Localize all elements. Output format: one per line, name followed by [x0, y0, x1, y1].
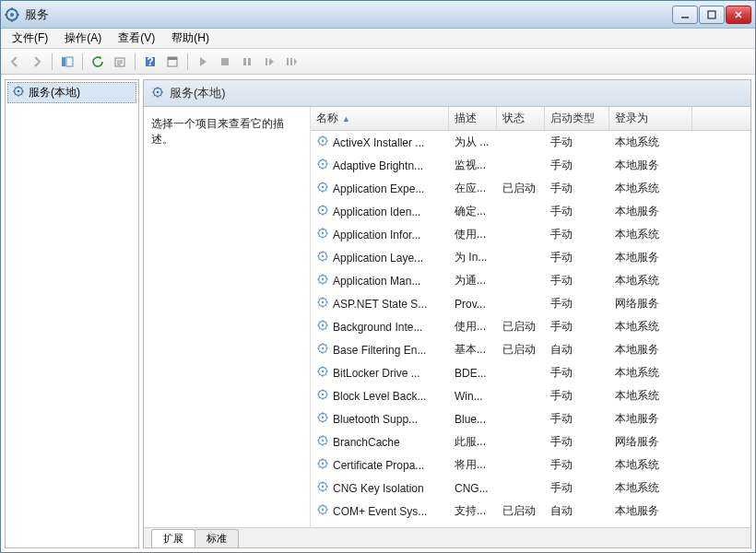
- tab-standard[interactable]: 标准: [195, 529, 239, 547]
- export-button[interactable]: [110, 52, 130, 72]
- service-startup: 手动: [545, 271, 609, 290]
- tree-node-label: 服务(本地): [29, 85, 80, 100]
- detail-heading: 服务(本地): [170, 85, 226, 101]
- service-desc: 基本...: [449, 340, 497, 359]
- properties-button[interactable]: [162, 52, 183, 72]
- service-logon: 本地系统: [609, 455, 692, 475]
- service-row[interactable]: Certificate Propa...将用...手动本地系统: [311, 453, 750, 477]
- service-row[interactable]: ActiveX Installer ...为从 ...手动本地系统: [311, 131, 750, 154]
- service-row[interactable]: Application Expe...在应...已启动手动本地系统: [311, 177, 750, 200]
- pause-service-button[interactable]: [237, 52, 257, 72]
- menu-action[interactable]: 操作(A): [57, 29, 109, 48]
- restart-service-button[interactable]: [259, 52, 279, 72]
- list-pane: 名称▲ 描述 状态 启动类型 登录为 ActiveX Installer ...…: [310, 107, 750, 527]
- svg-point-41: [322, 371, 324, 372]
- service-desc: 为 In...: [449, 248, 497, 267]
- show-hide-tree-button[interactable]: [57, 52, 77, 72]
- tree-pane[interactable]: 服务(本地): [5, 79, 139, 548]
- view-tabs: 扩展 标准: [144, 527, 750, 547]
- service-name: Application Man...: [311, 271, 449, 290]
- gear-icon: [316, 434, 329, 450]
- help-button[interactable]: ?: [140, 52, 160, 72]
- service-row[interactable]: BranchCache此服...手动网络服务: [311, 430, 750, 453]
- service-logon: 本地系统: [609, 363, 692, 382]
- service-logon: 本地系统: [609, 386, 692, 406]
- service-status: [497, 441, 545, 444]
- service-status: 已启动: [497, 317, 545, 336]
- resume-service-button[interactable]: [281, 52, 301, 72]
- tab-extended[interactable]: 扩展: [151, 529, 195, 547]
- service-row[interactable]: Application Iden...确定...手动本地服务: [311, 200, 750, 223]
- window-controls: [672, 6, 751, 24]
- service-row[interactable]: Base Filtering En...基本...已启动自动本地服务: [311, 338, 750, 361]
- service-row[interactable]: Bluetooth Supp...Blue...手动本地服务: [311, 407, 750, 430]
- service-name: CNG Key Isolation: [311, 478, 449, 498]
- service-startup: 手动: [545, 248, 609, 267]
- service-status: [497, 487, 545, 490]
- svg-rect-2: [708, 11, 715, 18]
- col-desc[interactable]: 描述: [449, 107, 497, 130]
- gear-icon: [316, 319, 329, 335]
- col-status[interactable]: 状态: [497, 107, 545, 130]
- description-pane: 选择一个项目来查看它的描述。: [144, 107, 310, 527]
- service-row[interactable]: Adaptive Brightn...监视...手动本地服务: [311, 154, 750, 177]
- service-logon: 网络服务: [609, 294, 692, 313]
- menu-view[interactable]: 查看(V): [111, 29, 162, 48]
- service-desc: 为通...: [449, 271, 497, 290]
- service-row[interactable]: Background Inte...使用...已启动手动本地系统: [311, 315, 750, 338]
- gear-icon: [316, 503, 329, 519]
- list-rows[interactable]: ActiveX Installer ...为从 ...手动本地系统Adaptiv…: [311, 131, 750, 527]
- start-service-button[interactable]: [193, 52, 213, 72]
- maximize-button[interactable]: [699, 6, 725, 24]
- svg-rect-9: [168, 57, 177, 60]
- service-name: Block Level Back...: [311, 386, 449, 406]
- service-row[interactable]: Application Man...为通...手动本地系统: [311, 269, 750, 292]
- svg-point-29: [322, 232, 324, 234]
- col-logon[interactable]: 登录为: [609, 107, 692, 130]
- minimize-button[interactable]: [672, 6, 698, 24]
- svg-point-1: [10, 13, 14, 17]
- service-name: Application Iden...: [311, 202, 449, 221]
- svg-point-23: [322, 163, 324, 165]
- service-row[interactable]: Application Laye...为 In...手动本地服务: [311, 246, 750, 269]
- gear-icon: [316, 204, 329, 219]
- menubar: 文件(F) 操作(A) 查看(V) 帮助(H): [1, 29, 755, 49]
- service-startup: 手动: [545, 133, 609, 152]
- back-button[interactable]: [5, 52, 25, 72]
- service-row[interactable]: ASP.NET State S...Prov...手动网络服务: [311, 292, 750, 315]
- menu-file[interactable]: 文件(F): [5, 29, 55, 48]
- service-row[interactable]: Block Level Back...Win...手动本地系统: [311, 384, 750, 407]
- service-desc: Win...: [449, 388, 497, 405]
- gear-icon: [316, 181, 329, 196]
- service-logon: 本地系统: [609, 133, 692, 152]
- service-row[interactable]: Application Infor...使用...手动本地系统: [311, 223, 750, 246]
- col-name[interactable]: 名称▲: [311, 107, 449, 130]
- menu-help[interactable]: 帮助(H): [164, 29, 217, 48]
- service-startup: 自动: [545, 340, 609, 359]
- tree-node-services-local[interactable]: 服务(本地): [7, 82, 136, 103]
- forward-button[interactable]: [27, 52, 47, 72]
- service-startup: 自动: [545, 501, 609, 521]
- svg-rect-10: [221, 58, 229, 65]
- service-row[interactable]: COM+ Event Sys...支持...已启动自动本地服务: [311, 500, 750, 523]
- service-name: Background Inte...: [311, 317, 449, 336]
- refresh-button[interactable]: [88, 52, 108, 72]
- service-logon: 网络服务: [609, 432, 692, 452]
- separator: [187, 53, 188, 70]
- titlebar[interactable]: 服务: [1, 1, 755, 29]
- separator: [82, 53, 83, 70]
- svg-point-45: [322, 417, 324, 418]
- service-status: [497, 210, 545, 214]
- close-button[interactable]: [726, 6, 751, 24]
- col-startup[interactable]: 启动类型: [545, 107, 609, 130]
- service-name: Application Infor...: [311, 225, 449, 244]
- service-desc: Prov...: [449, 296, 497, 312]
- services-icon: [5, 7, 19, 22]
- service-name: BitLocker Drive ...: [311, 363, 449, 382]
- gear-icon: [316, 342, 329, 358]
- service-row[interactable]: CNG Key IsolationCNG...手动本地系统: [311, 477, 750, 500]
- service-row[interactable]: BitLocker Drive ...BDE...手动本地系统: [311, 361, 750, 384]
- stop-service-button[interactable]: [215, 52, 235, 72]
- right-pane: 服务(本地) 选择一个项目来查看它的描述。 名称▲ 描述 状态 启动类型 登录为…: [143, 79, 751, 548]
- svg-point-39: [322, 347, 324, 349]
